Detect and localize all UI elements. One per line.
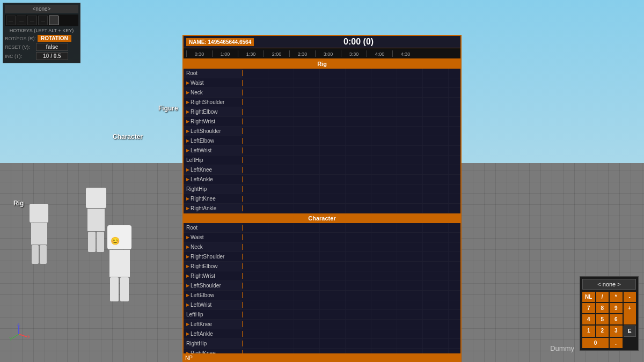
ruler-mark: 0:30 [186,50,212,57]
timeline-bottom-bar[interactable]: NP [182,353,462,362]
numpad-btn-*[interactable]: * [610,292,623,302]
bone-label: ▶LeftWrist [184,302,243,308]
bone-track[interactable] [243,204,460,213]
bone-row[interactable]: LeftHip [184,310,460,320]
numpad-btn-nl[interactable]: NL [582,292,595,302]
numpad-btn-0[interactable]: 0 [582,338,609,348]
bone-row[interactable]: ▶LeftWrist [184,300,460,310]
numpad-display: < none > [582,279,636,290]
bone-track[interactable] [243,175,460,184]
numpad-btn-7[interactable]: 7 [582,303,595,313]
bone-track[interactable] [243,156,460,165]
numpad-btn-e[interactable]: E [624,326,636,337]
bone-row[interactable]: Root [184,223,460,233]
ruler-mark: 1:00 [212,50,238,57]
bone-track[interactable] [243,98,460,107]
numpad-btn-+[interactable]: + [624,303,636,324]
bone-row[interactable]: ▶RightWrist [184,117,460,127]
bone-track[interactable] [243,252,460,261]
bone-track[interactable] [243,233,460,242]
bone-track[interactable] [243,146,460,155]
bone-track[interactable] [243,194,460,203]
bone-track[interactable] [243,136,460,145]
hotkeys-title: HOTKEYS (LEFT ALT + KEY) [5,28,78,33]
bone-track[interactable] [243,281,460,290]
bone-row[interactable]: ▶LeftAnkle [184,175,460,184]
timeline-header: NAME: 1495465644.6564 0:00 (0) [184,36,460,48]
bone-label: Root [184,225,243,231]
bone-label: ▶Waist [184,234,243,240]
numpad-btn-8[interactable]: 8 [596,303,609,313]
bone-row[interactable]: ▶RightShoulder [184,98,460,107]
anim-frame-2: — [17,16,26,25]
bone-track[interactable] [243,329,460,338]
bone-row[interactable]: ▶Neck [184,242,460,252]
bone-track[interactable] [243,127,460,136]
bone-track[interactable] [243,223,460,232]
name-field[interactable]: NAME: 1495465644.6564 [186,38,254,46]
bone-track[interactable] [243,107,460,116]
rot-pos-value[interactable]: ROTATION [38,35,71,42]
anim-preview: — — — — [5,14,78,26]
bone-row[interactable]: Root [184,69,460,78]
bone-track[interactable] [243,165,460,174]
bone-row[interactable]: ▶LeftAnkle [184,329,460,339]
bone-track[interactable] [243,69,460,78]
bone-row[interactable]: ▶RightElbow [184,262,460,271]
bone-track[interactable] [243,184,460,194]
bone-track[interactable] [243,300,460,309]
time-display: 0:00 (0) [259,37,458,47]
bone-label: ▶LeftKnee [184,167,243,173]
bone-row[interactable]: ▶LeftKnee [184,320,460,329]
bone-row[interactable]: ▶RightKnee [184,194,460,204]
bone-track[interactable] [243,271,460,280]
bone-row[interactable]: ▶Waist [184,233,460,242]
bone-row[interactable]: ▶Waist [184,78,460,88]
bone-track[interactable] [243,78,460,87]
bone-row[interactable]: ▶LeftWrist [184,146,460,156]
bone-row[interactable]: ▶LeftKnee [184,165,460,175]
bone-track[interactable] [243,88,460,97]
bone-track[interactable] [243,291,460,300]
rig-character [30,204,48,264]
bone-label: ▶LeftWrist [184,147,243,153]
bone-row[interactable]: ▶RightElbow [184,107,460,117]
svg-text:Z: Z [17,323,20,327]
bone-row[interactable]: ▶RightWrist [184,271,460,281]
bone-row[interactable]: ▶RightShoulder [184,252,460,262]
numpad-grid: NL/*-789+456123E0. [582,292,636,348]
numpad-btn-.[interactable]: . [610,338,623,348]
bone-label: RightHip [184,341,243,346]
bone-row[interactable]: ▶Neck [184,88,460,98]
numpad-btn-4[interactable]: 4 [582,314,595,324]
bone-row[interactable]: RightHip [184,184,460,194]
bone-track[interactable] [243,262,460,271]
bone-row[interactable]: ▶LeftShoulder [184,127,460,136]
bone-label: LeftHip [184,157,243,163]
numpad-btn--[interactable]: - [624,292,636,302]
reset-value[interactable]: false [36,43,68,51]
bone-track[interactable] [243,242,460,252]
bone-track[interactable] [243,339,460,348]
bone-row[interactable]: LeftHip [184,156,460,165]
numpad-btn-6[interactable]: 6 [610,314,623,324]
ruler-mark: 4:00 [367,50,392,57]
numpad-btn-2[interactable]: 2 [596,326,609,337]
numpad-btn-5[interactable]: 5 [596,314,609,324]
bone-row[interactable]: ▶LeftShoulder [184,281,460,291]
bone-row[interactable]: ▶LeftElbow [184,136,460,146]
bone-track[interactable] [243,117,460,126]
timeline-scroll[interactable]: RigRoot▶Waist▶Neck▶RightShoulder▶RightEl… [184,59,460,361]
bone-track[interactable] [243,310,460,319]
bone-row[interactable]: RightHip [184,339,460,349]
bone-row[interactable]: ▶RightAnkle [184,204,460,213]
bone-track[interactable] [243,320,460,329]
numpad-btn-3[interactable]: 3 [610,326,623,337]
bone-row[interactable]: ▶LeftElbow [184,291,460,300]
timeline-ruler: 0:301:001:302:002:303:003:304:004:30 [184,48,460,59]
numpad-btn-9[interactable]: 9 [610,303,623,313]
svg-line-2 [12,334,19,338]
numpad-btn-/[interactable]: / [596,292,609,302]
inc-value[interactable]: 10 / 0.5 [36,52,68,60]
numpad-btn-1[interactable]: 1 [582,326,595,337]
